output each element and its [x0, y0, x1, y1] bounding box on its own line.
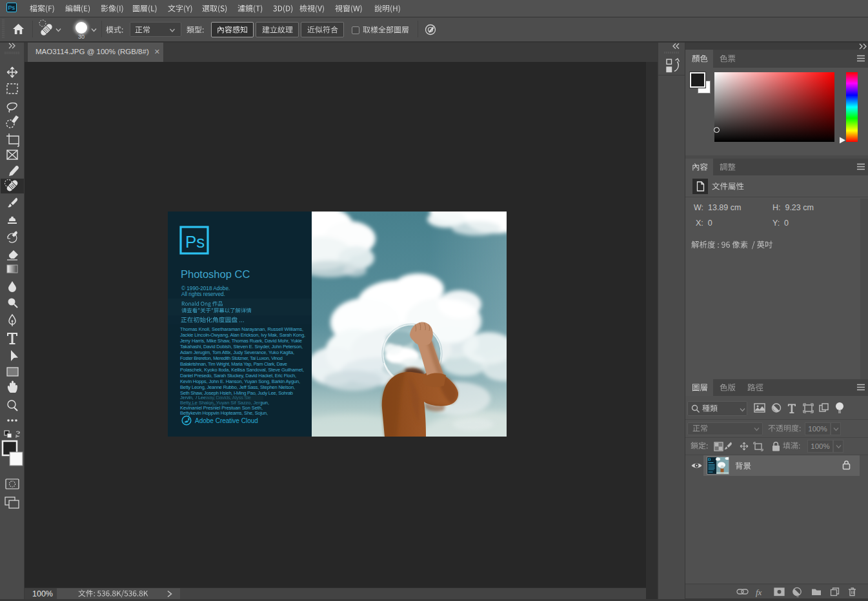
- svg-text:Jerry Harris, Mike Shaw, Thoma: Jerry Harris, Mike Shaw, Thomas Ruark, D…: [180, 338, 302, 344]
- svg-text:Balakrishnan, Tim Wright, Mari: Balakrishnan, Tim Wright, Maria Yap, Pam…: [180, 361, 287, 367]
- svg-text:Foster Brereton, Meredith Stot: Foster Brereton, Meredith Stotzner, Tai …: [180, 355, 283, 361]
- svg-text:Daniel Presedo, Sarah Stuckey,: Daniel Presedo, Sarah Stuckey, David Hac…: [180, 373, 296, 379]
- svg-text:© 1990-2018 Adobe.: © 1990-2018 Adobe.: [181, 286, 230, 291]
- svg-text:Adam Jerugim, Tom Attix, Judy: Adam Jerugim, Tom Attix, Judy Severance,…: [180, 350, 294, 355]
- svg-text:Ps: Ps: [185, 232, 205, 251]
- svg-text:All rights reserved.: All rights reserved.: [181, 291, 225, 297]
- svg-text:Bettykevin Hoppvin Hopteams, S: Bettykevin Hoppvin Hopteams, She, Sojun,: [180, 410, 268, 416]
- svg-text:Polaschek, Kyoko Itoda, Kellis: Polaschek, Kyoko Itoda, Kellisa Sandoval…: [180, 367, 304, 373]
- svg-text:Adobe Creative Cloud: Adobe Creative Cloud: [195, 417, 258, 424]
- svg-text:Ps: Ps: [8, 5, 15, 11]
- svg-text:Thomas Knoll, Seetharaman Nara: Thomas Knoll, Seetharaman Narayanan, Rus…: [180, 326, 303, 332]
- svg-text:Photoshop CC: Photoshop CC: [181, 268, 250, 280]
- svg-text:Betty Leong, Jeanne Rubbo, Jef: Betty Leong, Jeanne Rubbo, Jeff Sass, St…: [180, 384, 295, 390]
- svg-text:Takahashi, David Dobish, Steve: Takahashi, David Dobish, Steven E. Snyde…: [180, 344, 303, 350]
- svg-text:Kevin Hopps, John E. Hanson, Y: Kevin Hopps, John E. Hanson, Yuyan Song,…: [180, 379, 300, 384]
- svg-text:fx: fx: [756, 587, 762, 597]
- svg-text:Jackie Lincoln-Owyang, Alan Er: Jackie Lincoln-Owyang, Alan Erickson, Iv…: [180, 332, 305, 338]
